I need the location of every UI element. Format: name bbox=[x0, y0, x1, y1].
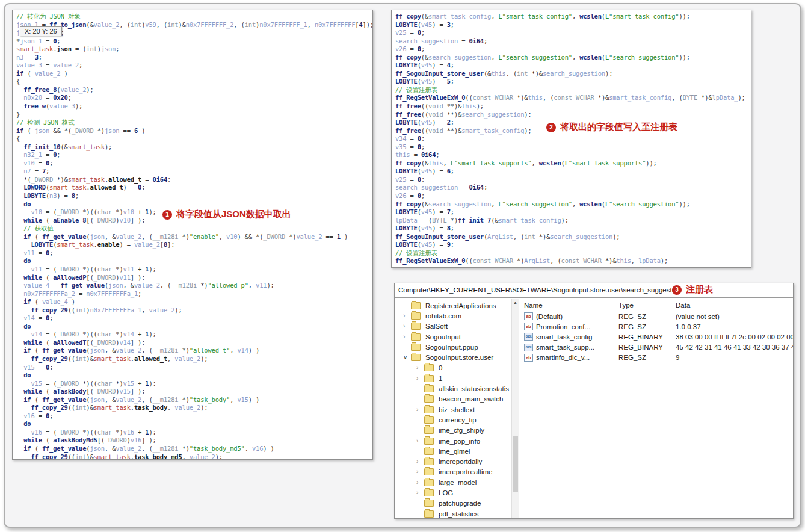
chevron-right-icon[interactable]: › bbox=[416, 376, 424, 382]
registry-tree: ▲ RegisteredApplications›rohitab.com›Sal… bbox=[395, 298, 519, 518]
code-line: v35 = 0; bbox=[395, 143, 751, 152]
tree-item-label: ime_pop_info bbox=[437, 438, 482, 445]
tree-item-label: SalSoft bbox=[424, 323, 449, 330]
value-type: REG_BINARY bbox=[618, 344, 676, 351]
code-line: LOBYTE(n3) = 8; bbox=[16, 192, 372, 200]
folder-icon bbox=[424, 438, 434, 445]
tree-item-beacon_main_switch[interactable]: beacon_main_switch bbox=[395, 394, 519, 404]
tree-item-label: currency_tip bbox=[437, 416, 478, 424]
tree-item-0[interactable]: ›0 bbox=[395, 363, 519, 373]
column-header-data[interactable]: Data bbox=[676, 302, 793, 309]
tree-item-label: 1 bbox=[437, 375, 444, 382]
code-line: LOBYTE(smart_task.enable) = value_2[8]; bbox=[16, 241, 372, 249]
chevron-right-icon[interactable]: › bbox=[416, 480, 424, 486]
tree-item-SalSoft[interactable]: ›SalSoft bbox=[395, 321, 519, 332]
folder-icon bbox=[424, 500, 434, 507]
folder-icon bbox=[411, 302, 421, 309]
registry-row[interactable]: absmartinfo_dic_v...REG_SZ9 bbox=[519, 353, 793, 363]
registry-row[interactable]: 0101smart_task_supp...REG_BINARY45 42 42… bbox=[519, 342, 793, 353]
tree-item-biz_shellext[interactable]: ›biz_shellext bbox=[395, 404, 519, 415]
folder-icon bbox=[424, 385, 434, 392]
reg-string-icon: ab bbox=[524, 312, 533, 320]
code-line: do bbox=[16, 420, 372, 428]
tree-item-label: imereportrealtime bbox=[437, 468, 494, 475]
code-line: v34 = 0; bbox=[395, 135, 751, 143]
tree-item-large_model[interactable]: ›large_model bbox=[395, 477, 519, 487]
value-type: REG_SZ bbox=[618, 313, 676, 320]
code-line: LOBYTE(v45) = 5; bbox=[395, 78, 751, 86]
code-line: v11 = (_DWORD *)((char *)v11 + 1); bbox=[16, 265, 372, 274]
value-name: smartinfo_dic_v... bbox=[536, 354, 590, 361]
value-data: 1.0.0.37 bbox=[676, 323, 793, 330]
annotation-2: 2 将取出的字段值写入至注册表 bbox=[546, 122, 677, 133]
chevron-right-icon[interactable]: › bbox=[416, 407, 424, 413]
code-line: // 设置注册表 bbox=[395, 249, 751, 258]
tree-item-RegisteredApplications[interactable]: RegisteredApplications bbox=[395, 300, 519, 311]
circled-number-2-icon: 2 bbox=[546, 123, 556, 132]
tree-item-SogouInput.ppup[interactable]: SogouInput.ppup bbox=[395, 342, 519, 352]
folder-icon bbox=[424, 406, 434, 413]
code-line: do bbox=[16, 200, 372, 209]
code-line: *(_DWORD *)&smart_task.allowed_t = 0i64; bbox=[16, 176, 372, 184]
chevron-right-icon[interactable]: › bbox=[416, 365, 424, 371]
chevron-right-icon[interactable]: › bbox=[416, 469, 424, 475]
code-line: while ( aTaskBodyMd5[(_DWORD)v16] ); bbox=[16, 436, 372, 445]
tree-item-label: allskin_statusiconstatis bbox=[437, 385, 511, 392]
registry-row[interactable]: ab(Default)REG_SZ(value not set) bbox=[519, 311, 793, 321]
chevron-right-icon[interactable]: › bbox=[403, 313, 411, 319]
code-line: while ( aAllowedT[(_DWORD)v14] ); bbox=[16, 339, 372, 347]
registry-rows: ab(Default)REG_SZ(value not set)abPromot… bbox=[519, 311, 793, 363]
code-line: if ( json && *(_DWORD *)json == 6 ) bbox=[16, 127, 372, 135]
code-line: ff_SogouInput_store_user(ArgList, (int *… bbox=[395, 233, 751, 241]
value-type: REG_SZ bbox=[618, 323, 676, 330]
chevron-down-icon[interactable]: ∨ bbox=[403, 354, 411, 360]
column-header-type[interactable]: Type bbox=[618, 302, 676, 309]
folder-icon bbox=[411, 333, 421, 341]
registry-address-bar[interactable]: Computer\HKEY_CURRENT_USER\SOFTWARE\Sogo… bbox=[395, 283, 793, 298]
value-name: (Default) bbox=[536, 313, 563, 320]
chevron-right-icon[interactable]: › bbox=[403, 323, 411, 329]
code-line: ff_copy_29((int)&smart_task.task_body_md… bbox=[16, 453, 372, 460]
tree-item-ime_qimei[interactable]: ime_qimei bbox=[395, 446, 519, 456]
reg-string-icon: ab bbox=[524, 323, 533, 330]
code-line: LOBYTE(v45) = 7; bbox=[395, 208, 751, 217]
tree-item-ime_cfg_shiply[interactable]: ime_cfg_shiply bbox=[395, 425, 519, 436]
code-line: v25 = 0; bbox=[395, 29, 751, 37]
chevron-right-icon[interactable]: › bbox=[416, 438, 424, 444]
chevron-right-icon[interactable]: › bbox=[416, 490, 424, 496]
tree-item-rohitab.com[interactable]: ›rohitab.com bbox=[395, 311, 519, 321]
tree-item-SogouInput.store.user[interactable]: ∨SogouInput.store.user bbox=[395, 352, 519, 362]
code-line: free_w(value_3); bbox=[16, 102, 372, 111]
tree-item-SogouInput[interactable]: ›SogouInput bbox=[395, 332, 519, 342]
tree-item-imereportdaily[interactable]: ›imereportdaily bbox=[395, 456, 519, 466]
chevron-right-icon[interactable]: › bbox=[416, 459, 424, 465]
tree-item-pdf_statistics[interactable]: pdf_statistics bbox=[395, 509, 519, 518]
code-line: LOWORD(smart_task.allowed_t) = 0; bbox=[16, 184, 372, 192]
tree-item-label: ime_qimei bbox=[437, 448, 472, 455]
value-name: smart_task_supp... bbox=[536, 344, 594, 351]
tree-item-label: 0 bbox=[437, 364, 444, 371]
code-line: if ( value_4 ) bbox=[16, 298, 372, 306]
code-line: search_suggestion = 0i64; bbox=[395, 184, 751, 192]
decompiler-panel-left: // 转化为 JSON 对象json_1 = ff_to_json(&value… bbox=[12, 10, 373, 460]
tree-item-currency_tip[interactable]: currency_tip bbox=[395, 415, 519, 425]
code-line: if ( value_2 ) bbox=[16, 70, 372, 78]
code-line: lpData = (BYTE *)ff_init_7(&smart_task_c… bbox=[395, 217, 751, 225]
code-line: v14 = (_DWORD *)((char *)v14 + 1); bbox=[16, 330, 372, 339]
registry-row[interactable]: abPromotion_conf...REG_SZ1.0.0.37 bbox=[519, 321, 793, 332]
code-line: while ( aTaskBody[(_DWORD)v15] ); bbox=[16, 388, 372, 396]
folder-icon bbox=[424, 395, 434, 403]
tree-item-imereportrealtime[interactable]: ›imereportrealtime bbox=[395, 467, 519, 477]
column-header-name[interactable]: Name bbox=[519, 302, 618, 309]
tree-item-allskin_statusiconstatis[interactable]: allskin_statusiconstatis bbox=[395, 383, 519, 394]
tree-item-patchupgrade[interactable]: patchupgrade bbox=[395, 498, 519, 509]
tree-item-LOG[interactable]: ›LOG bbox=[395, 487, 519, 498]
tree-item-label: rohitab.com bbox=[424, 312, 463, 320]
tree-item-1[interactable]: ›1 bbox=[395, 373, 519, 383]
chevron-right-icon[interactable]: › bbox=[403, 334, 411, 340]
code-line: v11 = 0; bbox=[16, 249, 372, 258]
tree-item-label: large_model bbox=[437, 479, 478, 486]
registry-row[interactable]: 0101smart_task_configREG_BINARY38 03 00 … bbox=[519, 332, 793, 342]
code-line: ff_free((void **)&this); bbox=[395, 102, 751, 111]
tree-item-ime_pop_info[interactable]: ›ime_pop_info bbox=[395, 436, 519, 446]
